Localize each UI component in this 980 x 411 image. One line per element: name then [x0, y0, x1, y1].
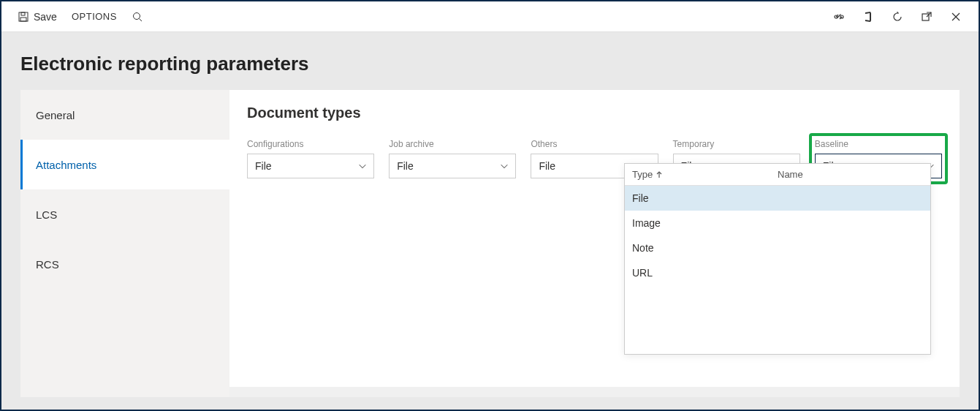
- options-label: OPTIONS: [72, 11, 117, 22]
- field-label: Job archive: [389, 139, 516, 149]
- save-button[interactable]: Save: [10, 1, 64, 31]
- combo-configurations[interactable]: File: [247, 154, 374, 178]
- field-configurations: Configurations File: [247, 139, 374, 178]
- flyout-row-label: URL: [632, 267, 653, 279]
- field-label: Others: [531, 139, 658, 149]
- flyout-row-file[interactable]: File: [625, 186, 930, 211]
- search-icon: [132, 11, 143, 23]
- office-icon: [862, 11, 874, 23]
- combo-value: File: [539, 160, 555, 172]
- dropdown-flyout: Type Name File Image: [624, 163, 931, 355]
- link-icon: [833, 11, 845, 23]
- combo-job-archive[interactable]: File: [389, 154, 516, 178]
- open-new-button[interactable]: [917, 7, 936, 26]
- combo-value: File: [255, 160, 272, 172]
- col-name-label: Name: [778, 169, 803, 180]
- open-new-icon: [921, 11, 932, 23]
- chevron-down-icon: [499, 161, 509, 171]
- svg-line-4: [139, 18, 142, 21]
- content-title: Document types: [247, 105, 942, 121]
- svg-rect-1: [21, 12, 25, 15]
- page-title: Electronic reporting parameters: [20, 53, 960, 75]
- chevron-down-icon: [357, 161, 368, 171]
- attachments-icon-button[interactable]: [829, 7, 848, 26]
- refresh-button[interactable]: [888, 7, 907, 26]
- field-label: Temporary: [673, 139, 800, 149]
- tab-label: RCS: [36, 258, 59, 271]
- flyout-header: Type Name: [625, 164, 930, 186]
- svg-point-3: [133, 12, 140, 19]
- refresh-icon: [892, 11, 903, 23]
- flyout-list: File Image Note URL: [625, 186, 930, 354]
- close-icon: [950, 11, 962, 23]
- save-icon: [18, 11, 29, 23]
- tab-label: General: [36, 109, 75, 121]
- svg-rect-7: [922, 14, 929, 20]
- command-bar: Save OPTIONS: [1, 1, 979, 32]
- tab-rcs[interactable]: RCS: [20, 239, 229, 289]
- field-job-archive: Job archive File: [389, 139, 516, 178]
- flyout-row-label: Image: [632, 217, 661, 229]
- combo-value: File: [397, 160, 414, 172]
- content-area: Document types Configurations File Job a…: [229, 90, 960, 397]
- field-label: Configurations: [247, 139, 374, 149]
- sort-asc-icon: [656, 171, 663, 178]
- sidebar: General Attachments LCS RCS: [20, 90, 229, 397]
- col-type-label: Type: [632, 169, 653, 180]
- tab-general[interactable]: General: [20, 90, 229, 140]
- tab-label: Attachments: [36, 159, 96, 171]
- tab-lcs[interactable]: LCS: [20, 189, 229, 239]
- panel: General Attachments LCS RCS Document typ…: [20, 90, 960, 397]
- svg-rect-2: [20, 18, 26, 21]
- tab-attachments[interactable]: Attachments: [20, 140, 229, 189]
- flyout-row-label: Note: [632, 242, 654, 254]
- flyout-col-name[interactable]: Name: [778, 169, 930, 180]
- options-button[interactable]: OPTIONS: [64, 1, 124, 31]
- page-body: Electronic reporting parameters General …: [1, 32, 979, 397]
- flyout-row-image[interactable]: Image: [625, 211, 930, 235]
- field-label: Baseline: [815, 139, 942, 149]
- flyout-row-label: File: [632, 192, 649, 204]
- save-label: Save: [34, 11, 57, 23]
- toolbar-right: [829, 7, 970, 26]
- close-button[interactable]: [946, 7, 965, 26]
- flyout-col-type[interactable]: Type: [625, 169, 778, 180]
- office-icon-button[interactable]: [859, 7, 878, 26]
- flyout-row-note[interactable]: Note: [625, 235, 930, 260]
- flyout-row-url[interactable]: URL: [625, 260, 930, 285]
- global-search-button[interactable]: [124, 1, 151, 31]
- tab-label: LCS: [36, 208, 57, 221]
- horizontal-scrollbar[interactable]: [229, 387, 960, 397]
